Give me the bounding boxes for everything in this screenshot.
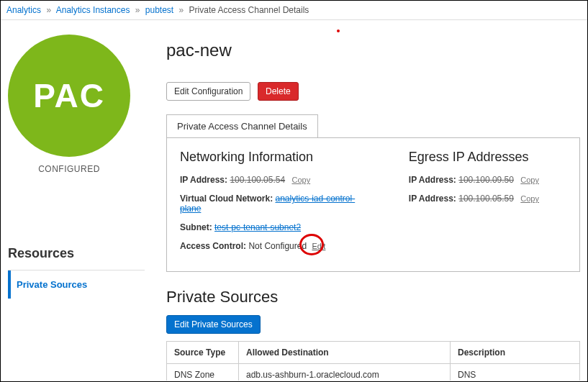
resources-list: Private Sources [8, 270, 145, 299]
vcn-label: Virtual Cloud Network: [180, 194, 273, 204]
cell-description: DNS [451, 364, 580, 381]
breadcrumb-link-analytics[interactable]: Analytics [6, 5, 41, 15]
col-source-type: Source Type [167, 342, 239, 364]
ip-address-label: IP Address: [180, 175, 227, 185]
col-allowed-dest: Allowed Destination [239, 342, 451, 364]
breadcrumb-sep: » [179, 5, 184, 15]
private-sources-table: Source Type Allowed Destination Descript… [166, 341, 580, 381]
egress-ip-copy-link[interactable]: Copy [520, 176, 539, 184]
resources-heading: Resources [8, 246, 145, 261]
breadcrumb-current: Private Access Channel Details [189, 5, 309, 15]
private-sources-heading: Private Sources [166, 288, 580, 306]
egress-ip-label: IP Address: [409, 194, 456, 204]
pac-status-label: CONFIGURED [8, 164, 130, 174]
breadcrumb-link-pubtest[interactable]: pubtest [145, 5, 173, 15]
breadcrumb-sep: » [135, 5, 140, 15]
subnet-label: Subnet: [180, 222, 212, 232]
networking-heading: Networking Information [180, 150, 373, 165]
access-control-edit-link[interactable]: Edit [312, 242, 325, 250]
resources-item-private-sources[interactable]: Private Sources [8, 270, 145, 299]
breadcrumb-link-instances[interactable]: Analytics Instances [56, 5, 130, 15]
delete-button[interactable]: Delete [258, 82, 299, 101]
subnet-link[interactable]: test-pc-tenant-subnet2 [214, 222, 301, 232]
annotation-dot [337, 29, 340, 32]
ip-address-value: 100.100.05.54 [230, 175, 285, 185]
page-title: pac-new [166, 40, 580, 60]
pac-badge-circle: PAC [8, 35, 130, 157]
access-control-value: Not Configured [248, 241, 307, 251]
egress-heading: Egress IP Addresses [409, 150, 566, 165]
cell-source-type: DNS Zone [167, 364, 239, 381]
egress-ip-copy-link[interactable]: Copy [520, 194, 539, 203]
access-control-label: Access Control: [180, 241, 246, 251]
table-row: DNS Zone adb.us-ashburn-1.oraclecloud.co… [167, 364, 580, 381]
ip-copy-link[interactable]: Copy [291, 176, 310, 184]
egress-ip-value: 100.100.05.59 [458, 194, 514, 204]
breadcrumb: Analytics » Analytics Instances » pubtes… [1, 1, 587, 20]
edit-private-sources-button[interactable]: Edit Private Sources [166, 315, 261, 334]
tab-pac-details[interactable]: Private Access Channel Details [166, 114, 318, 138]
col-description: Description [451, 342, 580, 364]
egress-ip-label: IP Address: [409, 175, 456, 185]
cell-allowed-dest: adb.us-ashburn-1.oraclecloud.com [239, 364, 451, 381]
pac-badge-text: PAC [33, 76, 105, 115]
edit-configuration-button[interactable]: Edit Configuration [166, 82, 250, 101]
egress-ip-value: 100.100.09.50 [458, 175, 514, 185]
breadcrumb-sep: » [46, 5, 51, 15]
